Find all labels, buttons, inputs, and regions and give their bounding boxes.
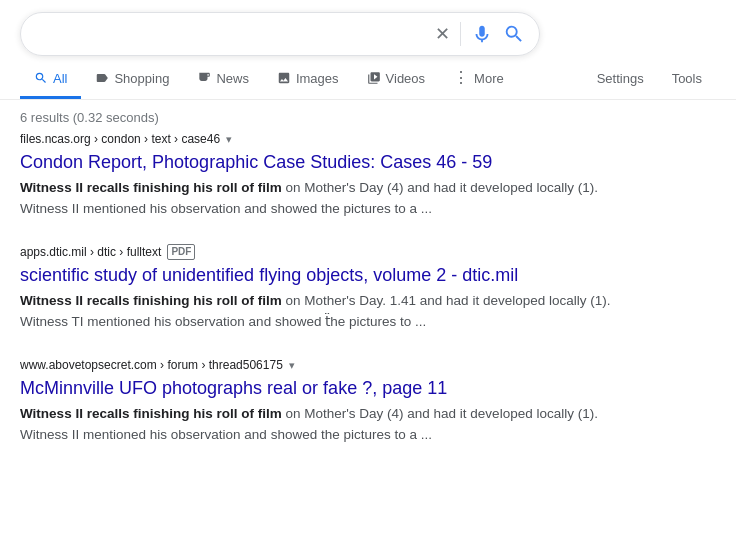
tab-tools-label: Tools xyxy=(672,71,702,86)
shopping-icon xyxy=(95,71,109,85)
news-icon xyxy=(197,71,211,85)
result-url: files.ncas.org › condon › text › case46 xyxy=(20,131,220,148)
tab-all-label: All xyxy=(53,71,67,86)
search-input[interactable]: "Witness II recalls finishing his roll o… xyxy=(35,25,435,43)
result-item: apps.dtic.mil › dtic › fulltext PDF scie… xyxy=(20,244,620,333)
result-snippet: Witness II recalls finishing his roll of… xyxy=(20,291,620,333)
results-container: files.ncas.org › condon › text › case46 … xyxy=(0,131,736,446)
pdf-badge: PDF xyxy=(167,244,195,260)
divider xyxy=(460,22,461,46)
mic-icon[interactable] xyxy=(471,23,493,45)
tab-news-label: News xyxy=(216,71,249,86)
tab-all[interactable]: All xyxy=(20,61,81,99)
snippet-bold: Witness II recalls finishing his roll of… xyxy=(20,406,282,421)
result-snippet: Witness II recalls finishing his roll of… xyxy=(20,178,620,220)
search-box-icons: ✕ xyxy=(435,22,525,46)
search-box: "Witness II recalls finishing his roll o… xyxy=(20,12,540,56)
snippet-bold: Witness II recalls finishing his roll of… xyxy=(20,293,282,308)
tab-settings-label: Settings xyxy=(597,71,644,86)
tab-videos[interactable]: Videos xyxy=(353,61,440,99)
nav-tabs: All Shopping News Images Videos ⋮ More S… xyxy=(0,60,736,100)
result-item: files.ncas.org › condon › text › case46 … xyxy=(20,131,620,220)
tab-more[interactable]: ⋮ More xyxy=(439,60,518,99)
tab-images[interactable]: Images xyxy=(263,61,353,99)
snippet-bold: Witness II recalls finishing his roll of… xyxy=(20,180,282,195)
tab-tools[interactable]: Tools xyxy=(658,61,716,99)
tab-news[interactable]: News xyxy=(183,61,263,99)
tab-images-label: Images xyxy=(296,71,339,86)
search-header: "Witness II recalls finishing his roll o… xyxy=(0,0,736,56)
result-snippet: Witness II recalls finishing his roll of… xyxy=(20,404,620,446)
results-count: 6 results (0.32 seconds) xyxy=(20,110,159,125)
tab-settings[interactable]: Settings xyxy=(583,61,658,99)
all-search-icon xyxy=(34,71,48,85)
result-title[interactable]: Condon Report, Photographic Case Studies… xyxy=(20,151,620,174)
dropdown-arrow-icon[interactable]: ▾ xyxy=(226,133,232,146)
search-button-icon[interactable] xyxy=(503,23,525,45)
result-title[interactable]: scientific study of unidentified flying … xyxy=(20,264,620,287)
dropdown-arrow-icon[interactable]: ▾ xyxy=(289,359,295,372)
tab-more-label: More xyxy=(474,71,504,86)
videos-icon xyxy=(367,71,381,85)
result-url-line: www.abovetopsecret.com › forum › thread5… xyxy=(20,357,620,374)
tab-shopping[interactable]: Shopping xyxy=(81,61,183,99)
result-url-line: files.ncas.org › condon › text › case46 … xyxy=(20,131,620,148)
images-icon xyxy=(277,71,291,85)
result-url: www.abovetopsecret.com › forum › thread5… xyxy=(20,357,283,374)
result-url-line: apps.dtic.mil › dtic › fulltext PDF xyxy=(20,244,620,261)
result-url: apps.dtic.mil › dtic › fulltext xyxy=(20,244,161,261)
tab-videos-label: Videos xyxy=(386,71,426,86)
clear-icon[interactable]: ✕ xyxy=(435,25,450,43)
results-info: 6 results (0.32 seconds) xyxy=(0,100,736,131)
result-item: www.abovetopsecret.com › forum › thread5… xyxy=(20,357,620,446)
tab-shopping-label: Shopping xyxy=(114,71,169,86)
more-dots-icon: ⋮ xyxy=(453,70,469,86)
result-title[interactable]: McMinnville UFO photographs real or fake… xyxy=(20,377,620,400)
